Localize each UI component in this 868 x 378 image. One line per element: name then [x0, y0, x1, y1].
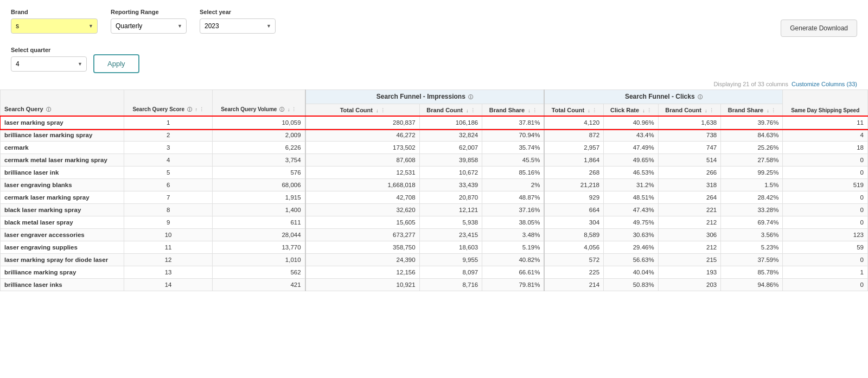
imp-total-drag-icon[interactable]: ⋮ [380, 108, 385, 113]
table-row: black laser marking spray81,40032,62012,… [1, 204, 868, 216]
table-row: cermark36,226173,50262,00735.74%2,95747.… [1, 142, 868, 154]
search-query-info-icon[interactable]: ⓘ [46, 106, 51, 113]
same-day-header[interactable]: Same Day Shipping Speed [783, 90, 868, 117]
score-sort-asc-icon[interactable]: ↑ [195, 107, 198, 112]
clk-brand-sort-icon[interactable]: ↓ [705, 108, 707, 113]
filters-bar: Brand s Reporting Range Quarterly Select… [0, 0, 868, 42]
table-row: cermark metal laser marking spray43,7548… [1, 154, 868, 166]
select-year-select-wrapper: 2023 [200, 18, 276, 34]
imp-brand-share-header[interactable]: Brand Share ↓ ⋮ [482, 104, 545, 117]
select-year-field-group: Select year 2023 [200, 9, 276, 34]
table-row: laser engraving blanks668,0061,668,01833… [1, 179, 868, 191]
clk-share-drag-icon[interactable]: ⋮ [771, 108, 776, 113]
select-quarter-select-wrapper: 4 [11, 56, 87, 72]
clk-total-sort-icon[interactable]: ↓ [588, 108, 590, 113]
select-year-select[interactable]: 2023 [200, 18, 276, 34]
reporting-range-select[interactable]: Quarterly [111, 18, 187, 34]
imp-brand-drag-icon[interactable]: ⋮ [470, 108, 475, 113]
clk-total-count-header[interactable]: Total Count ↓ ⋮ [544, 104, 603, 117]
clk-rate-drag-icon[interactable]: ⋮ [647, 108, 652, 113]
columns-info-bar: Displaying 21 of 33 columns Customize Co… [0, 79, 868, 89]
brand-select-wrapper: s [11, 18, 98, 34]
imp-share-sort-icon[interactable]: ↓ [528, 108, 531, 113]
score-drag-icon[interactable]: ⋮ [199, 107, 204, 112]
reporting-range-select-wrapper: Quarterly [111, 18, 187, 34]
table-body: laser marking spray110,059280,837106,186… [1, 117, 868, 291]
table-row: brilliance marking spray1356212,1568,097… [1, 266, 868, 279]
brand-field-group: Brand s [11, 9, 98, 34]
score-info-icon[interactable]: ⓘ [187, 106, 192, 113]
impressions-info-icon[interactable]: ⓘ [468, 94, 473, 101]
clicks-info-icon[interactable]: ⓘ [698, 94, 703, 101]
select-quarter-label: Select quarter [11, 47, 87, 53]
clk-brand-count-header[interactable]: Brand Count ↓ ⋮ [658, 104, 721, 117]
volume-drag-icon[interactable]: ⋮ [291, 107, 296, 112]
search-query-header[interactable]: Search Query ⓘ [1, 90, 124, 117]
apply-button[interactable]: Apply [93, 54, 139, 73]
clk-brand-share-header[interactable]: Brand Share ↓ ⋮ [721, 104, 783, 117]
clicks-group-header: Search Funnel - Clicks ⓘ [544, 90, 782, 104]
table-row: brilliance laser ink557612,53110,67285.1… [1, 166, 868, 179]
select-quarter-field-group: Select quarter 4 [11, 47, 87, 72]
customize-columns-link[interactable]: Customize Columns (33) [792, 81, 857, 87]
second-row: Select quarter 4 Apply [0, 42, 868, 79]
brand-label: Brand [11, 9, 98, 15]
imp-total-sort-icon[interactable]: ↓ [376, 108, 379, 113]
table-row: black metal laser spray961115,6055,93838… [1, 216, 868, 229]
imp-share-drag-icon[interactable]: ⋮ [532, 108, 537, 113]
clk-share-sort-icon[interactable]: ↓ [767, 108, 769, 113]
impressions-group-header: Search Funnel - Impressions ⓘ [305, 90, 545, 104]
clk-rate-sort-icon[interactable]: ↓ [642, 108, 645, 113]
select-quarter-select[interactable]: 4 [11, 56, 87, 72]
imp-brand-sort-icon[interactable]: ↓ [466, 108, 469, 113]
display-info-text: Displaying 21 of 33 columns [713, 81, 788, 87]
brand-select[interactable]: s [11, 18, 98, 34]
group-header-row: Search Query ⓘ Search Query Score ⓘ ↑ ⋮ … [1, 90, 868, 104]
search-query-score-header[interactable]: Search Query Score ⓘ ↑ ⋮ [124, 90, 212, 117]
table-row: laser engraving supplies1113,770358,7501… [1, 241, 868, 254]
reporting-range-label: Reporting Range [111, 9, 187, 15]
imp-total-count-header[interactable]: Total Count ↓ ⋮ [305, 104, 420, 117]
table-row: brilliance laser marking spray22,00946,2… [1, 129, 868, 142]
table-row: brilliance laser inks1442110,9218,71679.… [1, 279, 868, 291]
generate-download-button[interactable]: Generate Download [781, 20, 857, 37]
search-query-volume-header[interactable]: Search Query Volume ⓘ ↓ ⋮ [212, 90, 305, 117]
clk-brand-drag-icon[interactable]: ⋮ [709, 108, 714, 113]
clk-total-drag-icon[interactable]: ⋮ [592, 108, 597, 113]
table-row: laser engraver accessories1028,044673,27… [1, 229, 868, 241]
table-row: laser marking spray for diode laser121,0… [1, 254, 868, 266]
data-table: Search Query ⓘ Search Query Score ⓘ ↑ ⋮ … [0, 89, 868, 291]
select-year-label: Select year [200, 9, 276, 15]
clk-click-rate-header[interactable]: Click Rate ↓ ⋮ [604, 104, 659, 117]
table-row: laser marking spray110,059280,837106,186… [1, 117, 868, 129]
volume-info-icon[interactable]: ⓘ [279, 106, 284, 113]
imp-brand-count-header[interactable]: Brand Count ↓ ⋮ [419, 104, 482, 117]
data-table-container: Search Query ⓘ Search Query Score ⓘ ↑ ⋮ … [0, 89, 868, 302]
table-row: cermark laser marking spray71,91542,7082… [1, 191, 868, 204]
volume-sort-icon[interactable]: ↓ [288, 107, 290, 112]
reporting-range-field-group: Reporting Range Quarterly [111, 9, 187, 34]
